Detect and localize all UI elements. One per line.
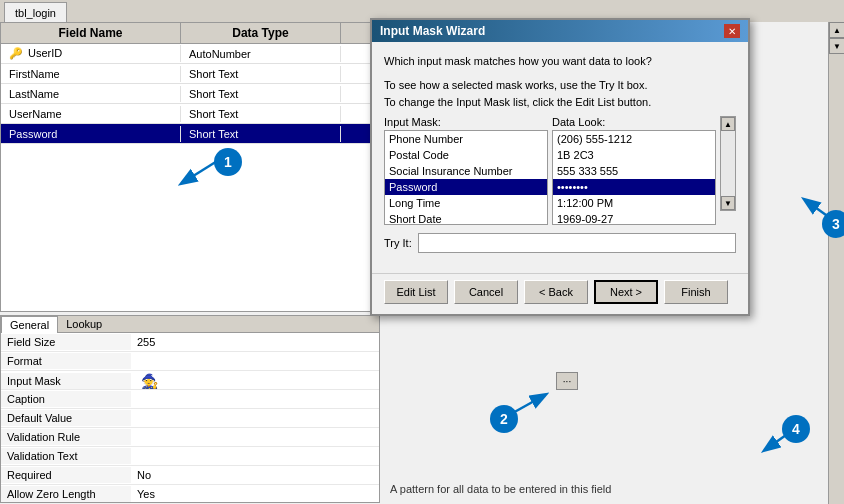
finish-button[interactable]: Finish [664,280,728,304]
annotation-box-3: 3 [822,210,844,238]
scroll-up-button[interactable]: ▲ [721,117,735,131]
field-name-header: Field Name [1,23,181,43]
dialog-body: Which input mask matches how you want da… [372,42,748,273]
props-value[interactable]: No [131,467,379,483]
props-row: Required No [1,466,379,485]
table-row-selected[interactable]: Password Short Text [1,124,379,144]
annotation-2: 2 [490,380,570,433]
main-window: tbl_login Field Name Data Type 🔑 UserID … [0,0,844,504]
table-row[interactable]: FirstName Short Text [1,64,379,84]
props-value-input-mask[interactable]: 🧙 [131,371,379,391]
props-row: Allow Zero Length Yes [1,485,379,503]
props-row: Validation Text [1,447,379,466]
properties-panel: General Lookup Field Size 255 Format Inp… [0,315,380,503]
data-look-item: 1969-09-27 [553,211,715,225]
try-it-row: Try It: [384,233,736,253]
data-type-cell: Short Text [181,126,341,142]
back-button[interactable]: < Back [524,280,588,304]
props-value[interactable] [131,359,379,363]
field-name-cell: LastName [1,86,181,102]
mask-column-header: Input Mask: [384,116,548,128]
mask-item[interactable]: Short Date [385,211,547,225]
data-type-cell: Short Text [181,66,341,82]
data-type-cell: Short Text [181,106,341,122]
props-row: Format [1,352,379,371]
data-look-item: 1B 2C3 [553,147,715,163]
props-value[interactable] [131,435,379,439]
table-header: Field Name Data Type [1,23,379,44]
props-tabs: General Lookup [1,316,379,333]
mask-item[interactable]: Long Time [385,195,547,211]
annotation-box-4: 4 [782,415,810,443]
dialog-hint1: To see how a selected mask works, use th… [384,77,736,110]
data-type-cell: Short Text [181,86,341,102]
annotation-4: 4 [750,415,810,468]
tbl-login-tab[interactable]: tbl_login [4,2,67,22]
table-row[interactable]: LastName Short Text [1,84,379,104]
props-label: Default Value [1,410,131,426]
dialog-footer: Edit List Cancel < Back Next > Finish [372,273,748,314]
mask-item[interactable]: Phone Number [385,131,547,147]
cancel-button[interactable]: Cancel [454,280,518,304]
edit-list-button[interactable]: Edit List [384,280,448,304]
mask-list[interactable]: Phone Number Postal Code Social Insuranc… [384,130,548,225]
scroll-up-button[interactable]: ▲ [829,22,844,38]
mask-item[interactable]: Postal Code [385,147,547,163]
annotation-box-1: 1 [214,148,242,176]
list-scrollbar: ▲ ▼ [720,116,736,211]
tab-label: tbl_login [15,7,56,19]
input-mask-wizard-icon[interactable]: 🧙 [141,373,158,389]
props-label: Validation Rule [1,429,131,445]
props-row: Field Size 255 [1,333,379,352]
props-label: Field Size [1,334,131,350]
try-it-label: Try It: [384,237,412,249]
annotation-3: 3 [790,185,844,238]
table-body: 🔑 UserID AutoNumber FirstName Short Text… [1,44,379,144]
dialog-titlebar: Input Mask Wizard ✕ [372,20,748,42]
dialog-intro-text: Which input mask matches how you want da… [384,54,736,69]
dialog-title: Input Mask Wizard [380,24,485,38]
status-bar: A pattern for all data to be entered in … [380,474,828,504]
data-look-list: (206) 555-1212 1B 2C3 555 333 555 ••••••… [552,130,716,225]
field-name-cell: FirstName [1,66,181,82]
tab-general[interactable]: General [1,316,58,333]
try-it-input[interactable] [418,233,736,253]
props-value[interactable]: Yes [131,486,379,502]
props-row: Default Value [1,409,379,428]
data-look-item-selected: •••••••• [553,179,715,195]
props-value[interactable] [131,397,379,401]
field-name-cell: Password [1,126,181,142]
key-icon: 🔑 [9,47,23,59]
props-value[interactable] [131,454,379,458]
data-look-item: 1:12:00 PM [553,195,715,211]
data-type-header: Data Type [181,23,341,43]
table-row[interactable]: 🔑 UserID AutoNumber [1,44,379,64]
dialog-close-button[interactable]: ✕ [724,24,740,38]
status-text: A pattern for all data to be entered in … [390,483,611,495]
data-type-cell: AutoNumber [181,46,341,62]
scroll-down-button[interactable]: ▼ [829,38,844,54]
dialog-columns: Input Mask: Phone Number Postal Code Soc… [384,116,736,225]
scroll-down-button[interactable]: ▼ [721,196,735,210]
right-scrollbar[interactable]: ▲ ▼ [828,22,844,504]
props-row-input-mask: Input Mask 🧙 [1,371,379,390]
props-row: Caption [1,390,379,409]
annotation-1: 1 [162,148,242,201]
annotation-box-2: 2 [490,405,518,433]
input-mask-wizard-dialog: Input Mask Wizard ✕ Which input mask mat… [370,18,750,316]
next-button[interactable]: Next > [594,280,658,304]
tab-lookup[interactable]: Lookup [58,316,110,332]
props-label: Caption [1,391,131,407]
field-name-cell: UserName [1,106,181,122]
props-value[interactable]: 255 [131,334,379,350]
mask-item[interactable]: Social Insurance Number [385,163,547,179]
props-label: Input Mask [1,373,131,389]
table-row[interactable]: UserName Short Text [1,104,379,124]
props-row: Validation Rule [1,428,379,447]
field-name-cell: 🔑 UserID [1,45,181,62]
mask-item-selected[interactable]: Password [385,179,547,195]
data-look-column-header: Data Look: [552,116,716,128]
props-label: Format [1,353,131,369]
data-look-item: 555 333 555 [553,163,715,179]
props-value[interactable] [131,416,379,420]
